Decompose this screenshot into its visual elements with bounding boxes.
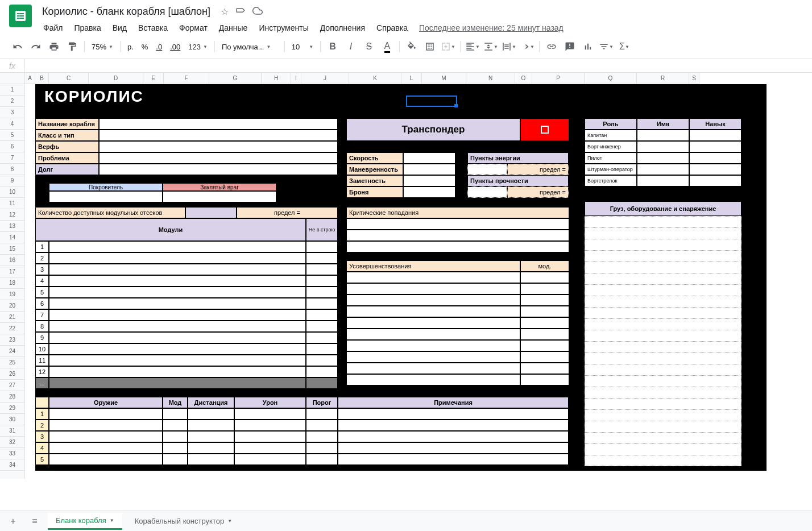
cargo-input[interactable] [585,273,741,284]
percent-button[interactable]: % [138,40,152,53]
select-all-corner[interactable] [0,73,25,84]
weapon-range-input[interactable] [188,420,234,431]
zoom-select[interactable]: 75%▼ [88,40,117,53]
crew-skill-input[interactable] [689,175,741,186]
weapon-threshold-input[interactable] [306,442,338,454]
upgrade-input[interactable] [346,340,520,351]
input-problem[interactable] [99,152,338,164]
weapon-mod-input[interactable] [163,431,188,442]
cargo-input[interactable] [585,352,741,364]
input-signature[interactable] [403,175,455,186]
italic-button[interactable]: I [342,38,359,55]
input-energy[interactable] [467,164,507,175]
weapon-name-input[interactable] [49,408,163,420]
link-button[interactable] [543,38,560,55]
redo-button[interactable] [27,38,44,55]
cargo-input[interactable] [585,307,741,318]
tab-sheet-2[interactable]: Корабельный конструктор▼ [127,513,240,529]
star-icon[interactable]: ☆ [221,6,229,17]
upgrade-mod-input[interactable] [520,340,569,351]
cargo-input[interactable] [585,239,741,250]
formula-input[interactable] [25,61,812,70]
crew-name-input[interactable] [637,141,689,152]
module-status-input[interactable] [306,264,338,275]
cargo-input[interactable] [585,375,741,387]
weapon-mod-input[interactable] [163,408,188,420]
input-debt[interactable] [99,164,338,175]
module-status-input[interactable] [306,275,338,287]
tab-sheet-1[interactable]: Бланк корабля▼ [48,513,122,530]
text-color-button[interactable]: A [379,38,396,55]
chart-button[interactable] [579,38,596,55]
cargo-input[interactable] [585,227,741,239]
cargo-input[interactable] [585,284,741,296]
last-edit-link[interactable]: Последнее изменение: 25 минут назад [415,21,568,35]
upgrade-input[interactable] [346,351,520,363]
fill-color-button[interactable] [403,38,420,55]
module-name-input[interactable] [49,264,306,275]
module-name-input[interactable] [49,275,306,287]
module-status-input[interactable] [306,332,338,343]
row-headers[interactable]: 1234567891011121314151617181920212223242… [0,84,25,479]
cargo-input[interactable] [585,387,741,398]
upgrade-input[interactable] [346,272,520,283]
weapon-range-input[interactable] [188,454,234,465]
input-armor[interactable] [403,186,455,198]
module-status-input[interactable] [306,309,338,321]
input-speed[interactable] [403,152,455,164]
upgrade-input[interactable] [346,306,520,317]
weapon-notes-input[interactable] [338,454,569,465]
valign-button[interactable]: ▼ [482,38,499,55]
weapon-threshold-input[interactable] [306,408,338,420]
wrap-button[interactable]: ▼ [500,38,517,55]
weapon-damage-input[interactable] [234,442,306,454]
module-name-input[interactable] [49,309,306,321]
module-status-input[interactable] [306,343,338,355]
input-module-slots[interactable] [185,207,237,218]
module-status-input[interactable] [306,366,338,377]
module-name-input[interactable] [49,298,306,309]
weapon-threshold-input[interactable] [306,431,338,442]
weapon-damage-input[interactable] [234,420,306,431]
weapon-mod-input[interactable] [163,420,188,431]
column-headers[interactable]: ABCDEFGHIJKLMNOPQRS [25,73,699,84]
upgrade-mod-input[interactable] [520,374,569,385]
upgrade-input[interactable] [346,363,520,374]
weapon-name-input[interactable] [49,454,163,465]
module-status-input[interactable] [306,355,338,366]
cargo-input[interactable] [585,250,741,262]
upgrade-input[interactable] [346,294,520,306]
input-enemy[interactable] [163,191,276,202]
module-name-input[interactable] [49,355,306,366]
decrease-decimal-button[interactable]: .0 [152,40,165,53]
module-name-input[interactable] [49,366,306,377]
upgrade-input[interactable] [346,283,520,294]
module-more[interactable] [49,377,306,389]
increase-decimal-button[interactable]: .00 [167,40,184,53]
upgrade-input[interactable] [346,329,520,340]
cargo-input[interactable] [585,318,741,330]
weapon-range-input[interactable] [188,431,234,442]
rotate-button[interactable]: ▼ [519,38,536,55]
module-name-input[interactable] [49,252,306,264]
crit-row[interactable] [346,230,569,241]
comment-button[interactable] [561,38,578,55]
input-maneuver[interactable] [403,164,455,175]
weapon-range-input[interactable] [188,442,234,454]
cargo-input[interactable] [585,364,741,375]
module-name-input[interactable] [49,343,306,355]
undo-button[interactable] [9,38,26,55]
number-format-select[interactable]: 123▼ [185,40,211,53]
menu-help[interactable]: Справка [372,21,412,35]
filter-button[interactable]: ▼ [598,38,615,55]
weapon-mod-input[interactable] [163,442,188,454]
crit-row[interactable] [346,241,569,252]
borders-button[interactable] [421,38,438,55]
crit-row[interactable] [346,218,569,230]
module-name-input[interactable] [49,321,306,332]
crew-name-input[interactable] [637,130,689,141]
strike-button[interactable]: S [361,38,378,55]
upgrade-mod-input[interactable] [520,351,569,363]
upgrade-mod-input[interactable] [520,306,569,317]
module-more-status[interactable] [306,377,338,389]
